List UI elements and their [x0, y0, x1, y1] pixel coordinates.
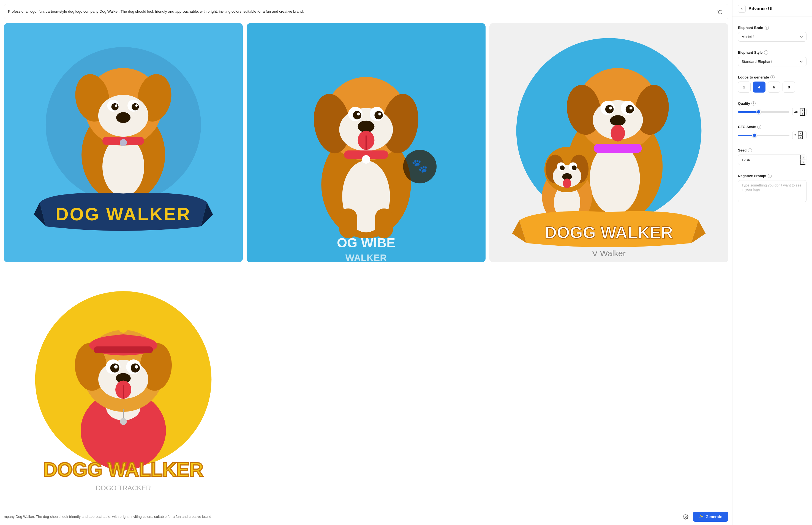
logos-to-generate-label: Logos to generate i	[738, 75, 807, 79]
bottom-prompt-text: mpany Dog Walker. The dog should look fr…	[4, 514, 678, 519]
count-pill-4[interactable]: 4	[753, 81, 765, 92]
quality-info-icon[interactable]: i	[751, 101, 755, 105]
svg-point-12	[115, 104, 118, 107]
cfg-scale-info-icon[interactable]: i	[757, 125, 761, 129]
collapse-button[interactable]	[738, 5, 746, 13]
svg-point-70	[563, 179, 571, 188]
svg-point-30	[374, 111, 382, 119]
svg-point-14	[116, 112, 130, 123]
quality-value-num: 40	[793, 109, 800, 115]
refresh-button[interactable]	[716, 7, 724, 16]
cfg-scale-section: CFG Scale i 7 ▲ ▼	[732, 120, 812, 139]
svg-point-67	[560, 165, 564, 170]
svg-text:🐾: 🐾	[411, 158, 428, 174]
svg-point-89	[135, 365, 138, 369]
logos-count-info-icon[interactable]: i	[770, 75, 775, 79]
svg-text:DOG WALKER: DOG WALKER	[56, 204, 191, 224]
svg-point-45	[590, 143, 640, 214]
logo-count-row: 2 4 6 8	[738, 81, 807, 92]
elephant-brain-select[interactable]: Model 1 Model 2 Model 3	[738, 32, 807, 42]
logo-card-3[interactable]: DOGG WALKER V Walker	[489, 23, 728, 262]
quality-label: Quality i	[738, 101, 807, 105]
svg-text:OG WIBE: OG WIBE	[337, 236, 395, 250]
elephant-style-section: Elephant Style i Standard Elephant Creat…	[732, 46, 812, 66]
svg-point-29	[353, 111, 361, 119]
main-content: Professional logo: fun, cartoon-style do…	[0, 0, 732, 525]
quality-slider-value: 40 ▲ ▼	[792, 108, 807, 116]
svg-point-37	[362, 155, 370, 164]
quality-arrows: ▲ ▼	[800, 108, 805, 116]
cfg-slider-row: 7 ▲ ▼	[738, 131, 807, 139]
svg-point-94	[120, 418, 127, 425]
generate-button[interactable]: ✨ Generate	[693, 512, 728, 522]
svg-text:DOGG WALKER: DOGG WALKER	[545, 223, 673, 242]
seed-up-arrow[interactable]: ▲	[800, 155, 806, 160]
logo-card-1[interactable]: DOG WALKER	[4, 23, 243, 262]
seed-down-arrow[interactable]: ▼	[800, 160, 806, 165]
svg-point-31	[357, 112, 360, 116]
prompt-bar: Professional logo: fun, cartoon-style do…	[4, 4, 728, 19]
svg-text:WALKER: WALKER	[345, 253, 387, 262]
negative-prompt-info-icon[interactable]: i	[768, 174, 772, 178]
cfg-slider-thumb[interactable]	[752, 133, 757, 137]
quality-slider-track[interactable]	[738, 111, 790, 112]
seed-info-icon[interactable]: i	[748, 148, 752, 152]
sidebar-title: Advance UI	[748, 6, 772, 11]
svg-point-33	[358, 121, 375, 133]
quality-down-arrow[interactable]: ▼	[800, 112, 805, 116]
svg-point-55	[629, 107, 633, 110]
svg-text:DOGG WALLKER: DOGG WALLKER	[43, 459, 203, 480]
cfg-slider-value: 7 ▲ ▼	[792, 131, 807, 139]
svg-point-57	[611, 125, 625, 141]
svg-rect-21	[339, 209, 357, 239]
svg-rect-58	[594, 144, 642, 153]
cfg-up-arrow[interactable]: ▲	[798, 131, 803, 135]
logo-grid: DOG WALKER	[0, 22, 732, 508]
svg-point-16	[120, 139, 127, 146]
svg-rect-82	[94, 346, 153, 353]
seed-input-wrap: ▲ ▼	[738, 154, 807, 165]
sidebar-header: Advance UI	[732, 0, 812, 17]
count-pill-6[interactable]: 6	[768, 81, 780, 92]
seed-input[interactable]	[738, 155, 800, 164]
quality-up-arrow[interactable]: ▲	[800, 108, 805, 112]
cfg-slider-track[interactable]	[738, 135, 790, 136]
logos-to-generate-section: Logos to generate i 2 4 6 8	[732, 71, 812, 92]
settings-icon-button[interactable]	[681, 512, 690, 521]
prompt-text: Professional logo: fun, cartoon-style do…	[8, 9, 713, 14]
svg-rect-22	[375, 209, 393, 239]
svg-text:DOGO TRACKER: DOGO TRACKER	[96, 484, 151, 492]
cfg-value-num: 7	[793, 133, 798, 138]
elephant-brain-section: Elephant Brain i Model 1 Model 2 Model 3	[732, 21, 812, 42]
elephant-brain-label: Elephant Brain i	[738, 26, 807, 30]
seed-label: Seed i	[738, 148, 807, 152]
svg-point-97	[685, 516, 686, 517]
svg-point-68	[572, 165, 576, 170]
quality-slider-row: 40 ▲ ▼	[738, 108, 807, 116]
svg-point-32	[378, 112, 381, 116]
elephant-brain-info-icon[interactable]: i	[765, 26, 769, 30]
svg-point-52	[605, 105, 613, 113]
elephant-style-info-icon[interactable]: i	[764, 50, 768, 55]
quality-slider-thumb[interactable]	[756, 110, 761, 114]
svg-point-81	[119, 324, 128, 333]
svg-text:V Walker: V Walker	[592, 249, 626, 258]
cfg-arrows: ▲ ▼	[798, 131, 803, 139]
quality-slider-fill	[738, 111, 759, 112]
count-pill-2[interactable]: 2	[738, 81, 751, 92]
quality-section: Quality i 40 ▲ ▼	[732, 97, 812, 116]
sidebar: Advance UI Elephant Brain i Model 1 Mode…	[732, 0, 812, 525]
svg-point-56	[610, 115, 625, 126]
svg-point-11	[131, 103, 139, 110]
count-pill-8[interactable]: 8	[783, 81, 795, 92]
negative-prompt-section: Negative Prompt i	[732, 169, 812, 203]
negative-prompt-textarea[interactable]	[738, 180, 807, 202]
logo-card-4[interactable]: DOGG WALLKER DOGO TRACKER	[4, 266, 243, 505]
seed-section: Seed i ▲ ▼	[732, 144, 812, 165]
logo-card-2[interactable]: 🐾 OG WIBE WALKER	[247, 23, 486, 262]
svg-point-13	[135, 104, 138, 107]
svg-point-53	[626, 105, 634, 113]
elephant-style-select[interactable]: Standard Elephant Creative Elephant Mini…	[738, 57, 807, 66]
svg-point-88	[114, 365, 118, 369]
cfg-down-arrow[interactable]: ▼	[798, 135, 803, 139]
